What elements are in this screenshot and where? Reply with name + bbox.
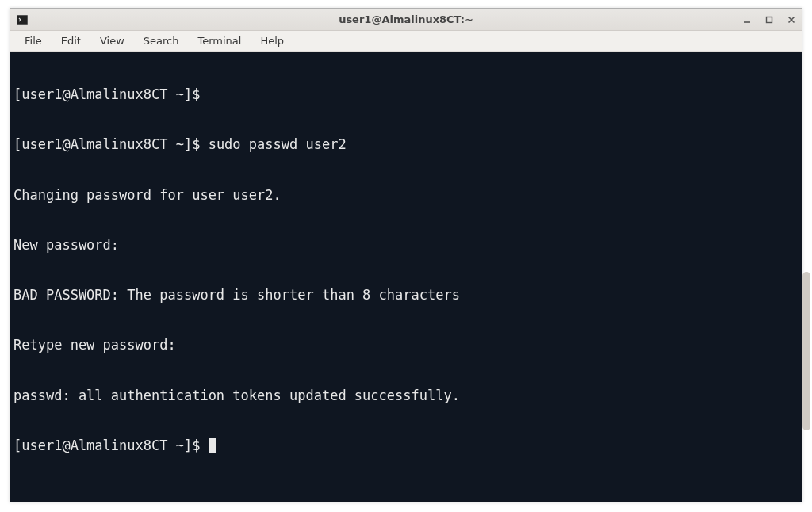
terminal-line: Changing password for user user2.	[13, 187, 799, 204]
prompt: [user1@Almalinux8CT ~]$	[13, 86, 200, 102]
menu-help[interactable]: Help	[252, 32, 292, 49]
terminal-line: [user1@Almalinux8CT ~]$ sudo passwd user…	[13, 136, 799, 153]
terminal-line: BAD PASSWORD: The password is shorter th…	[13, 287, 799, 304]
menu-search[interactable]: Search	[136, 32, 187, 49]
minimize-button[interactable]	[741, 14, 753, 25]
command: sudo passwd user2	[200, 136, 346, 152]
menu-view[interactable]: View	[92, 32, 132, 49]
terminal-app-icon	[15, 13, 29, 27]
terminal-output[interactable]: [user1@Almalinux8CT ~]$ [user1@Almalinux…	[10, 52, 802, 502]
cursor-icon	[209, 438, 216, 453]
menu-edit[interactable]: Edit	[53, 32, 89, 49]
svg-rect-3	[767, 17, 772, 22]
menu-terminal[interactable]: Terminal	[190, 32, 249, 49]
terminal-line: New password:	[13, 237, 799, 254]
window-title: user1@Almalinux8CT:~	[10, 13, 802, 25]
output-text: Changing password for user user2.	[13, 187, 282, 203]
terminal-line: passwd: all authentication tokens update…	[13, 388, 799, 404]
menubar: File Edit View Search Terminal Help	[10, 31, 802, 52]
output-text: New password:	[13, 237, 119, 253]
svg-rect-1	[17, 16, 27, 24]
terminal-line: [user1@Almalinux8CT ~]$	[13, 437, 799, 454]
terminal-window: user1@Almalinux8CT:~ File Edit View Sear…	[10, 8, 802, 502]
output-text: Retype new password:	[13, 337, 176, 353]
maximize-button[interactable]	[764, 14, 775, 25]
terminal-line: Retype new password:	[13, 337, 799, 353]
prompt: [user1@Almalinux8CT ~]$	[13, 136, 200, 152]
window-controls	[741, 14, 797, 25]
terminal-line: [user1@Almalinux8CT ~]$	[13, 86, 799, 103]
output-text: passwd: all authentication tokens update…	[13, 388, 460, 403]
page-scrollbar[interactable]	[802, 272, 810, 430]
close-button[interactable]	[786, 14, 797, 25]
output-text: BAD PASSWORD: The password is shorter th…	[13, 287, 460, 303]
prompt: [user1@Almalinux8CT ~]$	[13, 437, 209, 453]
menu-file[interactable]: File	[17, 32, 50, 49]
titlebar[interactable]: user1@Almalinux8CT:~	[10, 9, 802, 31]
